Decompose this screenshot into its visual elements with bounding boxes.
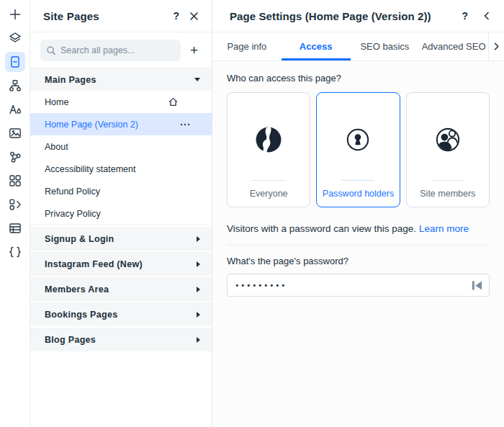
section-divider — [30, 225, 212, 226]
pages-list: Main Pages Home Home Page (Version 2) Ab… — [30, 68, 212, 427]
layers-icon[interactable] — [5, 30, 25, 46]
access-option-site-members[interactable]: Site members — [406, 92, 490, 207]
divider — [227, 245, 490, 246]
learn-more-link[interactable]: Learn more — [419, 223, 469, 234]
access-note: Visitors with a password can view this p… — [227, 223, 490, 234]
chevron-right-icon — [197, 261, 200, 267]
page-settings-header: Page Settings (Home Page (Version 2)) ? — [212, 0, 504, 32]
access-tab-content: Who can access this page? Everyone — [212, 61, 504, 427]
wix-editor-window: Site Pages ? + Main Pages Home — [0, 0, 504, 427]
help-icon[interactable]: ? — [459, 9, 471, 23]
section-blog-pages[interactable]: Blog Pages — [30, 328, 212, 351]
search-input[interactable] — [40, 40, 181, 61]
chevron-right-icon — [197, 337, 200, 343]
ellipsis-menu-icon[interactable] — [180, 123, 190, 126]
access-option-label: Everyone — [250, 181, 288, 207]
add-elements-icon[interactable] — [5, 6, 25, 22]
connections-icon[interactable] — [5, 149, 25, 165]
chevron-right-icon — [197, 236, 200, 242]
password-field[interactable] — [227, 274, 490, 297]
section-members-area[interactable]: Members Area — [30, 277, 212, 301]
password-reveal-icon[interactable] — [468, 277, 485, 294]
close-icon[interactable] — [188, 10, 200, 22]
chevron-right-icon — [197, 312, 200, 318]
page-item-accessibility-statement[interactable]: Accessibility statement — [30, 158, 212, 180]
page-item-privacy-policy[interactable]: Privacy Policy — [30, 202, 212, 225]
code-icon[interactable] — [5, 244, 25, 260]
panel-title: Site Pages — [43, 10, 99, 22]
access-option-password-holders[interactable]: Password holders — [316, 92, 400, 207]
globe-icon — [253, 124, 284, 156]
sitemap-icon[interactable] — [5, 78, 25, 94]
theme-text-icon[interactable] — [5, 102, 25, 117]
cms-database-icon[interactable] — [5, 220, 25, 236]
keyhole-icon — [342, 124, 374, 156]
pages-icon[interactable] — [5, 52, 25, 72]
apps-grid-icon[interactable] — [5, 173, 25, 189]
page-item-home[interactable]: Home — [30, 91, 212, 113]
page-item-home-page-version-2[interactable]: Home Page (Version 2) — [30, 113, 212, 135]
password-input[interactable] — [235, 281, 468, 290]
section-bookings-pages[interactable]: Bookings Pages — [30, 302, 212, 326]
page-item-refund-policy[interactable]: Refund Policy — [30, 180, 212, 202]
password-label: What's the page's password? — [227, 256, 490, 266]
search-row: + — [30, 32, 212, 68]
members-icon — [432, 124, 464, 156]
tab-page-info[interactable]: Page info — [212, 32, 282, 60]
section-main-pages[interactable]: Main Pages — [30, 68, 212, 91]
help-icon[interactable]: ? — [170, 9, 182, 23]
search-icon — [46, 45, 56, 55]
site-pages-header: Site Pages ? — [30, 0, 212, 32]
access-option-label: Password holders — [323, 181, 394, 207]
access-option-label: Site members — [420, 181, 475, 207]
section-instagram-feed[interactable]: Instagram Feed (New) — [30, 252, 212, 276]
access-question: Who can access this page? — [227, 73, 490, 84]
chevron-down-icon — [194, 78, 200, 81]
page-settings-panel: Page Settings (Home Page (Version 2)) ? … — [212, 0, 504, 427]
access-options: Everyone Password holders — [227, 92, 490, 207]
tab-seo-basics[interactable]: SEO basics — [351, 32, 420, 60]
access-option-everyone[interactable]: Everyone — [227, 92, 310, 207]
settings-tabs: Page info Access SEO basics Advanced SEO — [212, 32, 504, 61]
chevron-right-icon — [492, 42, 500, 50]
editor-icon-rail — [0, 0, 30, 427]
section-signup-login[interactable]: Signup & Login — [30, 227, 212, 251]
tab-access[interactable]: Access — [282, 32, 351, 60]
search-field[interactable] — [60, 45, 175, 55]
site-pages-panel: Site Pages ? + Main Pages Home — [30, 0, 212, 427]
quick-add-icon[interactable] — [5, 197, 25, 212]
collapse-panel-icon[interactable] — [481, 10, 492, 22]
more-tabs-button[interactable] — [488, 32, 504, 60]
chevron-right-icon — [197, 287, 200, 292]
page-item-about[interactable]: About — [30, 135, 212, 158]
tab-advanced-seo[interactable]: Advanced SEO — [419, 32, 488, 60]
home-icon — [168, 96, 179, 107]
add-page-button[interactable]: + — [188, 43, 200, 57]
media-icon[interactable] — [5, 125, 25, 141]
page-settings-title: Page Settings (Home Page (Version 2)) — [230, 10, 431, 22]
